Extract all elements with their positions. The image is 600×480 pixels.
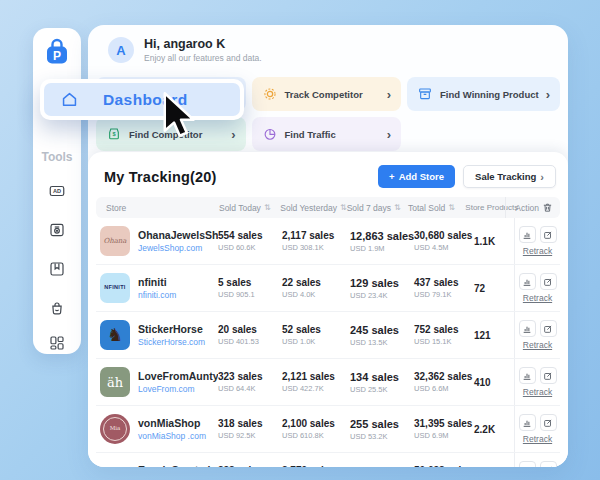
home-icon — [60, 90, 79, 109]
sort-icon[interactable]: ⇅ — [448, 203, 455, 212]
column-header-sold-yesterday[interactable]: Sold Yesterday⇅ — [280, 203, 346, 213]
store-cell: ♞ StickerHorse StickerHorse.com — [96, 320, 218, 350]
sold-today-cell: 20 salesUSD 401.53 — [218, 324, 282, 346]
store-cell: EaselyCreated EaselyCreated .com — [96, 461, 218, 467]
action-cell: Retrack — [514, 312, 560, 358]
edit-action-button[interactable] — [540, 367, 557, 384]
total-sold-cell: 31,395 salesUSD 6.9M — [414, 418, 474, 440]
chevron-right-icon: › — [231, 128, 235, 141]
app-window: P Tools AD — [0, 0, 600, 480]
column-header-total-sold[interactable]: Total Sold⇅ — [408, 203, 465, 213]
sale-tracking-button[interactable]: Sale Tracking › — [463, 165, 556, 188]
sold-7-days-cell: 255 salesUSD 53.2K — [350, 418, 414, 441]
store-domain-link[interactable]: vonMiaShop .com — [138, 431, 206, 441]
store-products-cell: 72 — [474, 283, 514, 294]
chart-icon — [522, 465, 532, 468]
sort-icon[interactable]: ⇅ — [264, 203, 271, 212]
saved-items-icon[interactable] — [48, 260, 66, 278]
greeting-title: Hi, angaroo K — [144, 37, 262, 51]
column-header-sold-today[interactable]: Sold Today⇅ — [219, 203, 280, 213]
sold-today-cell: 5 salesUSD 905.1 — [218, 277, 282, 299]
retrack-link[interactable]: Retrack — [523, 293, 552, 303]
store-cell: äh LoveFromAuntyHelen LoveFrom.com — [96, 367, 218, 397]
store-name: LoveFromAuntyHelen — [138, 370, 218, 382]
tools-section-label: Tools — [33, 150, 81, 164]
store-logo — [100, 461, 130, 467]
chevron-right-icon: › — [387, 128, 391, 141]
sold-today-cell: 328 salesUSD 14.4K — [218, 465, 282, 467]
retrack-link[interactable]: Retrack — [523, 246, 552, 256]
retrack-link[interactable]: Retrack — [523, 340, 552, 350]
dashboard-button[interactable]: Dashboard — [44, 83, 240, 116]
page-title: My Tracking(20) — [104, 169, 217, 185]
store-domain-link[interactable]: LoveFrom.com — [138, 384, 218, 394]
sold-today-cell: 554 salesUSD 60.6K — [218, 230, 282, 252]
app-logo-icon[interactable]: P — [42, 36, 72, 70]
total-sold-cell: 32,362 salesUSD 6.6M — [414, 371, 474, 393]
edit-action-button[interactable] — [540, 414, 557, 431]
sold-7-days-cell: 245 salesUSD 13.5K — [350, 324, 414, 347]
product-box-icon — [417, 86, 433, 102]
store-domain-link[interactable]: JewelsShop.com — [138, 243, 218, 253]
delete-all-button[interactable] — [542, 202, 553, 213]
total-sold-cell: 752 salesUSD 15.1K — [414, 324, 474, 346]
store-logo: ♞ — [100, 320, 130, 350]
store-logo: Mia — [100, 414, 130, 444]
stats-action-button[interactable] — [519, 273, 536, 290]
store-logo-text: äh — [107, 376, 123, 389]
shop-bag-icon[interactable] — [48, 299, 66, 317]
edit-action-button[interactable] — [540, 320, 557, 337]
store-domain-link[interactable]: nfiniti.com — [138, 290, 176, 300]
trash-icon — [542, 202, 553, 213]
product-spy-icon[interactable] — [48, 221, 66, 239]
stats-action-button[interactable] — [519, 226, 536, 243]
sold-yesterday-cell: 52 salesUSD 1.0K — [282, 324, 350, 346]
store-logo-text: Mia — [103, 417, 127, 441]
mouse-cursor — [162, 92, 200, 146]
edit-action-button[interactable] — [540, 273, 557, 290]
sold-today-cell: 318 salesUSD 92.5K — [218, 418, 282, 440]
store-products-cell: 121 — [474, 330, 514, 341]
sort-icon[interactable]: ⇅ — [340, 203, 347, 212]
stats-action-button[interactable] — [519, 320, 536, 337]
find-winning-product-card[interactable]: Find Winning Product › — [407, 77, 560, 111]
store-domain-link[interactable]: StickerHorse.com — [138, 337, 205, 347]
stats-action-button[interactable] — [519, 461, 536, 467]
retrack-link[interactable]: Retrack — [523, 434, 552, 444]
svg-text:$: $ — [112, 131, 116, 137]
track-competitor-card[interactable]: Track Competitor › — [252, 77, 402, 111]
sold-today-cell: 323 salesUSD 64.4K — [218, 371, 282, 393]
my-tracking-panel: My Tracking(20) + Add Store Sale Trackin… — [88, 152, 568, 467]
pie-chart-icon — [262, 126, 278, 142]
column-header-sold-7-days[interactable]: Sold 7 days⇅ — [347, 203, 408, 213]
edit-action-button[interactable] — [540, 226, 557, 243]
chart-icon — [522, 324, 532, 334]
table-row: Ohana OhanaJewelsShop JewelsShop.com 554… — [96, 218, 560, 265]
store-logo: NFINITI — [100, 273, 130, 303]
store-logo-text: ♞ — [107, 326, 123, 344]
table-row: ♞ StickerHorse StickerHorse.com 20 sales… — [96, 312, 560, 359]
chart-icon — [522, 277, 532, 287]
edit-icon — [543, 465, 553, 468]
retrack-link[interactable]: Retrack — [523, 387, 552, 397]
sort-icon[interactable]: ⇅ — [394, 203, 401, 212]
sold-7-days-cell: 134 salesUSD 25.5K — [350, 371, 414, 394]
action-cell: Retrack — [514, 406, 560, 452]
tracking-table: Store Sold Today⇅ Sold Yesterday⇅ Sold 7… — [96, 197, 560, 467]
avatar[interactable]: A — [108, 37, 134, 63]
ads-icon[interactable]: AD — [48, 182, 66, 200]
stats-action-button[interactable] — [519, 414, 536, 431]
stats-action-button[interactable] — [519, 367, 536, 384]
greeting-subtitle: Enjoy all our features and data. — [144, 53, 262, 63]
apps-grid-icon[interactable] — [48, 334, 66, 352]
table-body: Ohana OhanaJewelsShop JewelsShop.com 554… — [96, 218, 560, 467]
edit-action-button[interactable] — [540, 461, 557, 467]
store-name: nfiniti — [138, 276, 176, 288]
column-header-action: Action — [505, 197, 560, 218]
dashboard-nav-overlay: Dashboard — [40, 79, 244, 120]
find-traffic-card[interactable]: Find Traffic › — [252, 117, 402, 151]
action-cell: Retrack — [514, 453, 560, 467]
total-sold-cell: 30,680 salesUSD 4.5M — [414, 230, 474, 252]
add-store-button[interactable]: + Add Store — [378, 165, 455, 188]
chevron-right-icon: › — [546, 88, 550, 101]
